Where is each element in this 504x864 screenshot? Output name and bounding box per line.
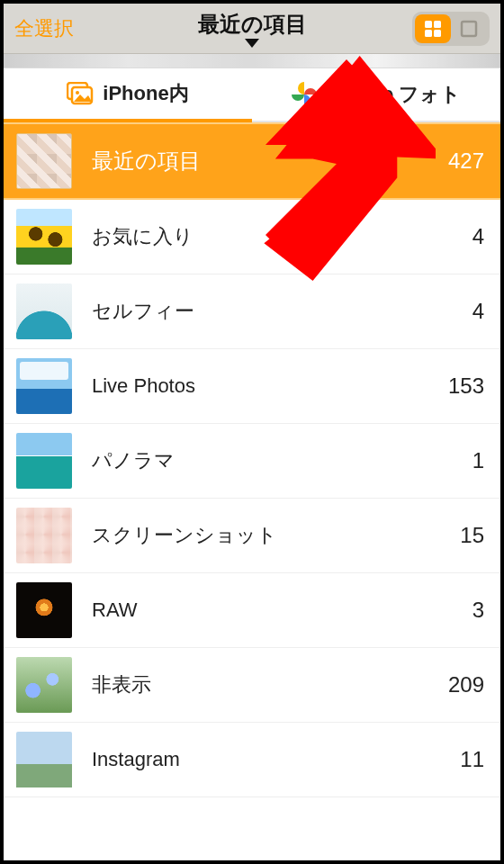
album-thumbnail: [16, 657, 72, 713]
album-count: 153: [448, 374, 484, 399]
album-list: 最近の項目427お気に入り4セルフィー4Live Photos153パノラマ1ス…: [4, 122, 500, 797]
google-photos-icon: [292, 82, 317, 107]
album-thumbnail: [16, 433, 72, 489]
photos-stack-icon: [67, 82, 94, 105]
album-row[interactable]: Instagram11: [4, 723, 500, 797]
album-thumbnail: [16, 582, 72, 638]
svg-rect-5: [462, 22, 476, 36]
album-count: 11: [460, 747, 484, 772]
album-label: スクリーンショット: [92, 522, 460, 549]
tab-google-label: Google フォト: [326, 81, 462, 108]
album-label: 非表示: [92, 671, 448, 698]
album-thumbnail: [16, 284, 72, 339]
album-row[interactable]: スクリーンショット15: [4, 499, 500, 573]
album-row[interactable]: 最近の項目427: [4, 122, 500, 200]
grid-view-button[interactable]: [415, 14, 451, 43]
album-thumbnail: [16, 732, 72, 788]
single-view-button[interactable]: [451, 14, 487, 43]
album-label: RAW: [92, 598, 472, 622]
svg-rect-2: [434, 21, 441, 28]
album-count: 4: [472, 299, 484, 324]
top-bar: 全選択 最近の項目: [4, 4, 500, 54]
album-label: パノラマ: [92, 447, 472, 474]
svg-rect-4: [434, 30, 441, 37]
album-row[interactable]: お気に入り4: [4, 200, 500, 274]
tab-iphone-label: iPhone内: [103, 80, 188, 107]
album-row[interactable]: 非表示209: [4, 648, 500, 723]
album-count: 15: [460, 523, 484, 548]
tab-iphone[interactable]: iPhone内: [4, 68, 252, 122]
album-label: Instagram: [92, 748, 460, 771]
album-thumbnail: [16, 209, 72, 265]
album-count: 1: [472, 448, 484, 473]
album-row[interactable]: パノラマ1: [4, 424, 500, 499]
album-label: お気に入り: [92, 223, 472, 250]
album-label: セルフィー: [92, 298, 472, 325]
select-all-button[interactable]: 全選択: [14, 15, 74, 42]
page-title[interactable]: 最近の項目: [198, 10, 307, 39]
svg-rect-1: [425, 21, 432, 28]
square-icon: [459, 19, 479, 39]
album-count: 427: [448, 148, 484, 174]
album-label: Live Photos: [92, 374, 448, 398]
album-count: 4: [472, 224, 484, 249]
background-strip: [4, 54, 500, 68]
album-thumbnail: [16, 508, 72, 563]
source-tabs: iPhone内 Google フォト: [4, 68, 500, 122]
tab-google-photos[interactable]: Google フォト: [252, 68, 500, 122]
view-toggle[interactable]: [412, 12, 490, 46]
grid-icon: [423, 19, 443, 39]
album-count: 209: [448, 672, 484, 698]
album-label: 最近の項目: [92, 147, 448, 176]
album-thumbnail: [16, 133, 72, 189]
svg-marker-0: [245, 39, 259, 48]
svg-rect-3: [425, 30, 432, 37]
album-row[interactable]: RAW3: [4, 573, 500, 648]
album-row[interactable]: セルフィー4: [4, 274, 500, 349]
album-count: 3: [472, 598, 484, 623]
album-row[interactable]: Live Photos153: [4, 349, 500, 424]
svg-point-8: [76, 91, 79, 94]
album-thumbnail: [16, 358, 72, 414]
